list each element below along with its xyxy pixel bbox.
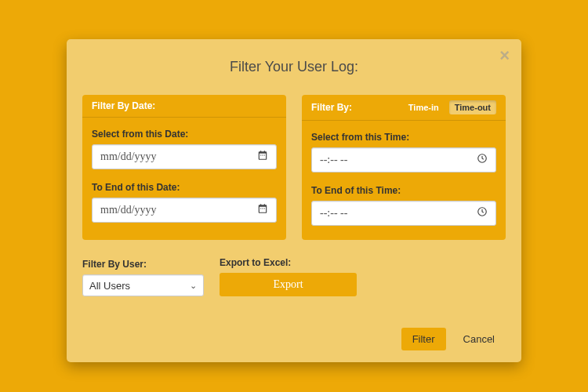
time-to-value: --:-- --	[320, 207, 347, 220]
chevron-down-icon: ⌄	[190, 281, 197, 291]
calendar-icon	[257, 150, 268, 164]
modal-title: Filter Your User Log:	[82, 59, 506, 75]
user-filter-label: Filter By User:	[82, 259, 204, 270]
date-to-label: To End of this Date:	[92, 182, 277, 193]
date-card-header: Filter By Date:	[82, 95, 286, 118]
time-to-input[interactable]: --:-- --	[311, 201, 496, 226]
export-button[interactable]: Export	[220, 273, 357, 296]
date-from-value: mm/dd/yyyy	[100, 151, 157, 163]
date-card-title: Filter By Date:	[92, 100, 155, 111]
time-from-label: Select from this Time:	[311, 132, 496, 143]
export-label: Export to Excel:	[220, 257, 357, 268]
date-from-input[interactable]: mm/dd/yyyy	[92, 144, 277, 169]
export-col: Export to Excel: Export	[220, 254, 357, 296]
time-card-title: Filter By:	[311, 102, 352, 113]
filter-log-modal: × Filter Your User Log: Filter By Date: …	[67, 39, 521, 362]
date-filter-card: Filter By Date: Select from this Date: m…	[82, 95, 286, 240]
time-toggle-group: Time-in Time-out	[403, 100, 496, 114]
clock-icon	[477, 153, 488, 167]
time-card-body: Select from this Time: --:-- -- To End o…	[302, 121, 506, 240]
close-icon[interactable]: ×	[499, 47, 510, 64]
time-card-header: Filter By: Time-in Time-out	[302, 95, 506, 121]
toggle-time-out[interactable]: Time-out	[449, 100, 496, 114]
user-filter-selected: All Users	[89, 280, 130, 292]
cards-row: Filter By Date: Select from this Date: m…	[82, 95, 506, 240]
date-to-value: mm/dd/yyyy	[100, 204, 157, 216]
user-filter-col: Filter By User: All Users ⌄	[82, 256, 204, 296]
clock-icon	[477, 206, 488, 220]
filter-button[interactable]: Filter	[401, 328, 446, 350]
time-from-value: --:-- --	[320, 154, 347, 166]
user-filter-select[interactable]: All Users ⌄	[82, 274, 204, 296]
time-filter-card: Filter By: Time-in Time-out Select from …	[302, 95, 506, 240]
modal-footer: Filter Cancel	[82, 328, 506, 350]
time-from-input[interactable]: --:-- --	[311, 147, 496, 172]
toggle-time-in[interactable]: Time-in	[403, 100, 445, 114]
bottom-row: Filter By User: All Users ⌄ Export to Ex…	[82, 254, 506, 296]
date-from-label: Select from this Date:	[92, 129, 277, 140]
cancel-button[interactable]: Cancel	[452, 328, 506, 350]
date-to-input[interactable]: mm/dd/yyyy	[92, 198, 277, 223]
date-card-body: Select from this Date: mm/dd/yyyy To End…	[82, 118, 286, 237]
time-to-label: To End of this Time:	[311, 185, 496, 196]
calendar-icon	[257, 203, 268, 217]
